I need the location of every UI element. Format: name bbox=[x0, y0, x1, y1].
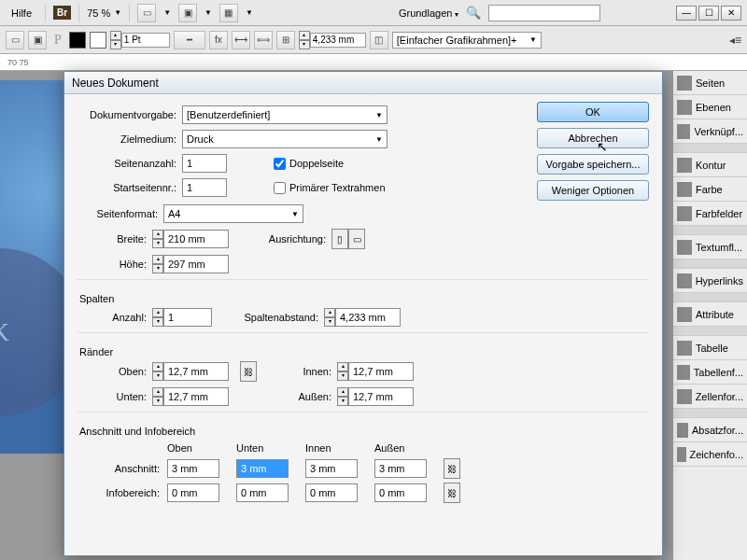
panel-tabelle[interactable]: Tabelle bbox=[673, 336, 747, 360]
facing-checkbox[interactable]: Doppelseite bbox=[274, 158, 344, 170]
col-top: Oben bbox=[167, 442, 234, 455]
mtop-spinner[interactable]: ▴▾ bbox=[152, 362, 163, 381]
screen-mode-icon[interactable]: ▣ bbox=[178, 4, 197, 22]
link-margins-icon[interactable]: ⛓ bbox=[240, 361, 257, 382]
minimize-button[interactable]: — bbox=[676, 6, 697, 21]
fit-height-icon[interactable]: ⟺ bbox=[254, 31, 273, 49]
preset-combo[interactable]: [Benutzerdefiniert]▼ bbox=[182, 105, 388, 124]
link-bleed-icon[interactable]: ⛓ bbox=[444, 458, 460, 479]
workspace-switcher[interactable]: Grundlagen ▾ bbox=[399, 7, 459, 19]
gutter-spinner[interactable]: ▴▾ bbox=[324, 308, 335, 327]
cellstyles-icon bbox=[677, 389, 692, 404]
slug-outside[interactable] bbox=[374, 483, 427, 502]
portrait-icon[interactable]: ▯ bbox=[331, 229, 348, 249]
pages-input[interactable] bbox=[182, 154, 227, 173]
stroke-spinner[interactable]: ▴▾ bbox=[110, 31, 121, 49]
minside-spinner[interactable]: ▴▾ bbox=[337, 362, 348, 381]
height-input[interactable] bbox=[163, 255, 229, 273]
pages-icon bbox=[677, 76, 692, 91]
selection-icon[interactable]: ▭ bbox=[6, 31, 24, 49]
measure-spinner[interactable]: ▴▾ bbox=[299, 31, 310, 49]
slug-top[interactable] bbox=[167, 483, 219, 502]
primary-checkbox[interactable]: Primärer Textrahmen bbox=[274, 182, 386, 194]
colnum-spinner[interactable]: ▴▾ bbox=[152, 308, 163, 327]
pagesize-combo[interactable]: A4▼ bbox=[163, 204, 303, 223]
view-options-icon[interactable]: ▭ bbox=[137, 4, 156, 22]
panel-absatzfor[interactable]: Absatzfor... bbox=[673, 418, 747, 442]
parastyles-icon bbox=[677, 423, 688, 438]
link-slug-icon[interactable]: ⛓ bbox=[444, 483, 460, 503]
intent-combo[interactable]: Druck▼ bbox=[182, 130, 388, 148]
horizontal-ruler: 70 75 bbox=[0, 54, 747, 71]
cancel-button[interactable]: Abbrechen bbox=[537, 128, 649, 148]
colnum-input[interactable] bbox=[163, 308, 212, 327]
container-icon[interactable]: ▣ bbox=[28, 31, 47, 49]
stroke-swatch[interactable] bbox=[90, 32, 106, 49]
height-spinner[interactable]: ▴▾ bbox=[152, 255, 163, 273]
moutside-spinner[interactable]: ▴▾ bbox=[337, 387, 348, 406]
minside-input[interactable] bbox=[348, 362, 414, 381]
panel-textumfl[interactable]: Textumfl... bbox=[673, 235, 747, 259]
slug-row-label: Infobereich: bbox=[98, 482, 165, 504]
arrange-icon[interactable]: ▦ bbox=[219, 4, 238, 22]
mbot-input[interactable] bbox=[163, 387, 229, 406]
ok-button[interactable]: OK bbox=[537, 102, 649, 122]
bleed-bottom[interactable] bbox=[236, 459, 289, 478]
zoom-level[interactable]: 75 % ▼ bbox=[87, 7, 121, 19]
search-input[interactable] bbox=[488, 5, 600, 21]
col-inside: Innen bbox=[305, 442, 373, 455]
panel-tabellenf[interactable]: Tabellenf... bbox=[673, 360, 747, 385]
bleed-inside[interactable] bbox=[305, 459, 358, 478]
bleed-top[interactable] bbox=[167, 459, 219, 478]
width-label: Breite: bbox=[96, 233, 152, 245]
m-inside-label: Innen: bbox=[257, 366, 337, 377]
mbot-spinner[interactable]: ▴▾ bbox=[152, 387, 163, 406]
effects-icon[interactable]: fx bbox=[209, 31, 228, 49]
fill-swatch[interactable] bbox=[69, 32, 86, 49]
panel-ebenen[interactable]: Ebenen bbox=[673, 95, 747, 119]
maximize-button[interactable]: ☐ bbox=[698, 6, 719, 21]
m-top-label: Oben: bbox=[96, 366, 152, 377]
panel-menu-icon[interactable]: ◂≡ bbox=[729, 34, 741, 47]
panel-dock: Seiten Ebenen Verknüpf... Kontur Farbe F… bbox=[672, 71, 747, 560]
save-preset-button[interactable]: Vorgabe speichern... bbox=[537, 154, 649, 175]
width-input[interactable] bbox=[163, 230, 229, 248]
slug-bottom[interactable] bbox=[236, 483, 289, 502]
col-bottom: Unten bbox=[236, 442, 303, 455]
panel-seiten[interactable]: Seiten bbox=[673, 71, 747, 95]
corner-icon[interactable]: ◫ bbox=[370, 31, 388, 49]
pagesize-label: Seitenformat: bbox=[78, 208, 163, 219]
landscape-icon[interactable]: ▭ bbox=[348, 229, 365, 249]
panel-kontur[interactable]: Kontur bbox=[673, 153, 747, 177]
bleedslug-label: Anschnitt und Infobereich bbox=[79, 426, 649, 437]
help-menu[interactable]: Hilfe bbox=[6, 6, 37, 21]
start-input[interactable] bbox=[182, 178, 227, 197]
panel-hyperlinks[interactable]: Hyperlinks bbox=[673, 269, 747, 293]
bridge-icon[interactable]: Br bbox=[53, 6, 71, 20]
object-style-combo[interactable]: [Einfacher Grafikrahmen]+▼ bbox=[392, 32, 542, 49]
moutside-input[interactable] bbox=[348, 387, 414, 406]
gutter-input[interactable] bbox=[335, 308, 401, 327]
gutter-label: Spaltenabstand: bbox=[212, 312, 324, 323]
type-icon[interactable]: P bbox=[50, 33, 65, 48]
crop-icon[interactable]: ⊞ bbox=[276, 31, 295, 49]
measure-field[interactable] bbox=[310, 33, 366, 48]
close-button[interactable]: ✕ bbox=[721, 6, 741, 21]
mtop-input[interactable] bbox=[163, 362, 229, 381]
pages-label: Seitenanzahl: bbox=[78, 158, 182, 169]
bleed-outside[interactable] bbox=[374, 459, 427, 478]
slug-inside[interactable] bbox=[305, 483, 358, 502]
width-spinner[interactable]: ▴▾ bbox=[152, 230, 163, 248]
bleed-row-label: Anschnitt: bbox=[98, 457, 165, 480]
panel-zeichenfo[interactable]: Zeichenfo... bbox=[673, 442, 747, 467]
stroke-weight[interactable] bbox=[121, 33, 170, 48]
hyperlinks-icon bbox=[677, 273, 692, 288]
fit-width-icon[interactable]: ⟷ bbox=[232, 31, 250, 49]
stroke-style-icon[interactable]: ━ bbox=[174, 31, 205, 49]
panel-attribute[interactable]: Attribute bbox=[673, 302, 747, 327]
panel-zellenfor[interactable]: Zellenfor... bbox=[673, 385, 747, 409]
panel-farbe[interactable]: Farbe bbox=[673, 177, 747, 202]
panel-verknuepf[interactable]: Verknüpf... bbox=[673, 119, 747, 144]
fewer-options-button[interactable]: Weniger Optionen bbox=[537, 180, 649, 201]
panel-farbfelder[interactable]: Farbfelder bbox=[673, 202, 747, 226]
